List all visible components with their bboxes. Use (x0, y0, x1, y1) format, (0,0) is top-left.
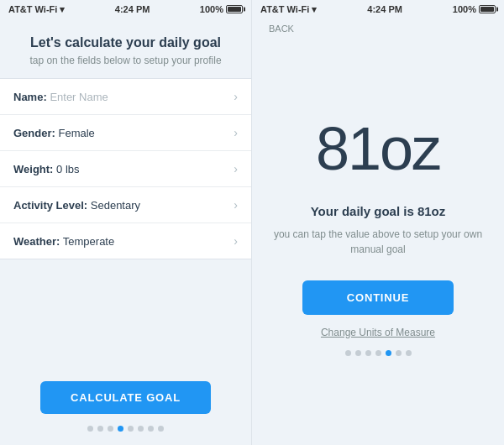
left-carrier: AT&T Wi-Fi (8, 4, 57, 14)
left-title: Let's calculate your daily goal (15, 35, 236, 50)
weather-chevron-icon: › (234, 234, 238, 248)
form-list: Name: Enter Name › Gender: Female › Weig… (0, 78, 251, 259)
goal-description: Your daily goal is 81oz (311, 204, 446, 218)
right-page-dots (345, 350, 412, 356)
name-field-row[interactable]: Name: Enter Name › (0, 79, 251, 115)
gender-field-row[interactable]: Gender: Female › (0, 115, 251, 151)
dot-1 (87, 426, 93, 432)
dot-7 (148, 426, 154, 432)
name-chevron-icon: › (234, 90, 238, 103)
name-value: Enter Name (50, 91, 108, 103)
weight-chevron-icon: › (234, 162, 238, 175)
right-status-bar: AT&T Wi-Fi ▾ 4:24 PM 100% (252, 0, 504, 18)
left-panel: AT&T Wi-Fi ▾ 4:24 PM 100% Let's calculat… (0, 0, 252, 445)
gender-label: Gender: Female (13, 127, 95, 139)
goal-value-display[interactable]: 81oz (316, 118, 440, 179)
right-dot-5-active (386, 350, 391, 356)
dot-6 (138, 426, 144, 432)
left-battery-icon (226, 5, 243, 13)
name-label: Name: Enter Name (13, 91, 108, 103)
dot-8 (158, 426, 164, 432)
left-bottom: CALCULATE GOAL (0, 259, 251, 445)
right-dot-1 (345, 350, 351, 356)
gender-value: Female (58, 127, 94, 139)
dot-4-active (118, 426, 123, 432)
weight-value: 0 lbs (56, 163, 79, 175)
right-dot-4 (375, 350, 381, 356)
activity-value: Sedentary (91, 199, 140, 212)
battery-fill (228, 7, 241, 12)
right-battery-fill (480, 7, 494, 12)
activity-field-row[interactable]: Activity Level: Sedentary › (0, 187, 251, 223)
goal-hint: you can tap the value above to setup you… (274, 227, 482, 257)
right-wifi-icon: ▾ (312, 4, 317, 15)
right-carrier: AT&T Wi-Fi (260, 4, 309, 14)
right-dot-7 (406, 350, 412, 356)
right-time: 4:24 PM (367, 4, 402, 14)
weather-label: Weather: Temperate (13, 235, 114, 248)
calculate-goal-button[interactable]: CALCULATE GOAL (40, 381, 211, 414)
left-time: 4:24 PM (115, 4, 150, 14)
dot-3 (108, 426, 113, 432)
right-status-right: 100% (453, 4, 496, 14)
weight-label: Weight: 0 lbs (13, 163, 80, 175)
activity-chevron-icon: › (234, 198, 238, 212)
left-header: Let's calculate your daily goal tap on t… (0, 18, 251, 78)
left-subtitle: tap on the fields below to setup your pr… (15, 55, 236, 66)
back-link-container: BACK (252, 18, 504, 37)
right-battery-icon (479, 5, 496, 13)
dot-5 (128, 426, 134, 432)
weight-field-row[interactable]: Weight: 0 lbs › (0, 151, 251, 187)
right-dot-3 (365, 350, 371, 356)
change-units-link[interactable]: Change Units of Measure (321, 327, 435, 338)
left-status-bar: AT&T Wi-Fi ▾ 4:24 PM 100% (0, 0, 251, 18)
right-dot-2 (355, 350, 361, 356)
left-page-dots (87, 426, 164, 432)
right-battery-pct: 100% (453, 4, 476, 14)
back-link[interactable]: BACK (260, 22, 302, 35)
right-body: 81oz Your daily goal is 81oz you can tap… (252, 37, 504, 445)
right-panel: AT&T Wi-Fi ▾ 4:24 PM 100% BACK 81oz Your… (252, 0, 504, 445)
weather-field-row[interactable]: Weather: Temperate › (0, 223, 251, 259)
dot-2 (97, 426, 103, 432)
weather-value: Temperate (63, 235, 114, 248)
left-status-right: 100% (200, 4, 243, 14)
left-battery-pct: 100% (200, 4, 223, 14)
left-status-left: AT&T Wi-Fi ▾ (8, 4, 65, 15)
right-dot-6 (396, 350, 402, 356)
right-status-left: AT&T Wi-Fi ▾ (260, 4, 317, 15)
activity-label: Activity Level: Sedentary (13, 199, 140, 212)
continue-button[interactable]: CONTINUE (302, 280, 454, 315)
wifi-icon: ▾ (60, 4, 65, 15)
gender-chevron-icon: › (234, 126, 238, 139)
